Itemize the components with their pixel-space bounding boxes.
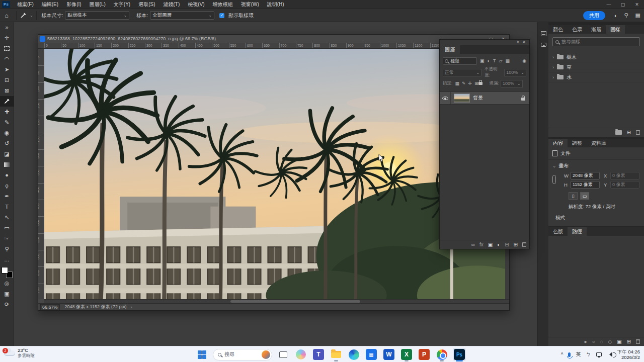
file-explorer-button[interactable] xyxy=(330,348,343,361)
pattern-search-box[interactable]: 搜尋圖樣 xyxy=(552,37,640,46)
make-work-path-icon[interactable]: ◇ xyxy=(608,339,612,344)
new-layer-icon[interactable]: ⊞ xyxy=(514,242,518,247)
menu-file[interactable]: 檔案(F) xyxy=(13,0,38,9)
canvas-section-header[interactable]: ⌄ 畫布 xyxy=(548,160,644,170)
chrome-button[interactable] xyxy=(435,348,448,361)
gradient-tool[interactable] xyxy=(0,159,14,170)
document-titlebar[interactable]: 566213368_10228572724092690_624087602766… xyxy=(38,35,509,43)
add-adjustment-layer-icon[interactable]: ◐ xyxy=(497,242,500,247)
volume-icon[interactable] xyxy=(607,352,612,357)
quick-mask-button[interactable]: ◎ xyxy=(0,278,14,289)
tab-swatches[interactable]: 色票 xyxy=(568,25,587,34)
layer-thumbnail[interactable] xyxy=(454,94,470,103)
smart-object-filter-icon[interactable]: ▦ xyxy=(505,58,510,63)
excel-button[interactable]: X xyxy=(400,348,413,361)
horizontal-scrollbar-thumb[interactable] xyxy=(230,300,361,303)
zoom-tool[interactable]: ⚲ xyxy=(0,244,14,254)
move-tool[interactable]: ✛ xyxy=(0,33,14,43)
menu-help[interactable]: 說明(H) xyxy=(263,0,288,9)
pixel-filter-icon[interactable]: ▣ xyxy=(480,58,485,63)
panel-collapse-icon[interactable]: « xyxy=(517,40,519,44)
minimize-icon[interactable]: — xyxy=(602,0,616,9)
home-icon[interactable]: ⌂ xyxy=(0,12,13,19)
history-brush-tool[interactable]: ↺ xyxy=(0,138,14,149)
orientation-portrait-button[interactable]: ▯ xyxy=(569,192,578,200)
word-button[interactable]: W xyxy=(382,348,395,361)
weather-widget[interactable]: 2 23°C 多雲時陰 xyxy=(4,348,35,358)
pattern-group-trees[interactable]: › 樹木 xyxy=(548,52,644,62)
link-layers-icon[interactable]: ∞ xyxy=(471,242,475,247)
fill-path-icon[interactable]: ● xyxy=(584,339,587,344)
fill-field[interactable]: 100% ⌄ xyxy=(501,80,523,87)
teams-button[interactable]: T xyxy=(312,348,325,361)
eyedropper-preset-icon[interactable] xyxy=(20,12,27,19)
menu-layer[interactable]: 圖層(L) xyxy=(86,0,110,9)
healing-brush-tool[interactable]: ✚ xyxy=(0,107,14,117)
height-field[interactable]: 1152 像素 xyxy=(571,181,600,189)
hand-tool[interactable]: ☞ xyxy=(0,233,14,244)
clone-stamp-tool[interactable]: ◉ xyxy=(0,128,14,138)
filter-toggle-icon[interactable]: ◉ xyxy=(522,58,526,63)
edge-button[interactable] xyxy=(347,348,360,361)
path-selection-tool[interactable]: ↖ xyxy=(0,212,14,223)
comments-panel-icon[interactable] xyxy=(538,39,549,50)
frame-tool[interactable]: ⊠ xyxy=(0,85,14,96)
start-button[interactable] xyxy=(195,348,208,361)
powerpoint-button[interactable]: P xyxy=(418,348,431,361)
opacity-field[interactable]: 100% ⌄ xyxy=(504,69,526,76)
tab-layers[interactable]: 圖層 xyxy=(440,45,460,54)
menu-filter[interactable]: 濾鏡(T) xyxy=(159,0,184,9)
zoom-level-field[interactable]: 66.67% xyxy=(40,304,60,310)
new-group-icon[interactable]: ⊟ xyxy=(505,242,509,247)
screen-mode-button[interactable]: ▣ xyxy=(0,289,14,299)
tab-adjustments[interactable]: 調整 xyxy=(568,139,587,147)
tab-properties[interactable]: 內容 xyxy=(548,139,568,147)
lock-all-icon[interactable] xyxy=(478,82,482,85)
notifications-bell-icon[interactable]: ◗ xyxy=(614,13,617,19)
edit-toolbar-icon[interactable]: … xyxy=(0,254,14,265)
layer-filter-kind-select[interactable]: 種類 xyxy=(443,57,477,65)
task-view-button[interactable] xyxy=(277,348,290,361)
add-layer-mask-icon[interactable]: ▣ xyxy=(488,242,493,247)
taskbar-search-box[interactable]: 搜尋 xyxy=(213,349,272,360)
layer-styles-icon[interactable]: fx xyxy=(479,242,484,247)
dodge-tool[interactable]: ϙ xyxy=(0,180,14,191)
rotate-view-button[interactable]: ⟳ xyxy=(0,299,14,310)
load-path-selection-icon[interactable]: ◌ xyxy=(600,339,603,344)
x-field[interactable]: 0 像素 xyxy=(610,172,639,179)
tab-libraries[interactable]: 資料庫 xyxy=(587,139,611,147)
photoshop-button[interactable]: Ps xyxy=(453,348,466,361)
tab-color[interactable]: 顏色 xyxy=(548,25,568,34)
tab-gradients[interactable]: 漸層 xyxy=(587,25,606,34)
close-icon[interactable]: ✕ xyxy=(630,0,644,9)
width-field[interactable]: 2048 像素 xyxy=(571,172,600,179)
menu-window[interactable]: 視窗(W) xyxy=(237,0,263,9)
horizontal-scrollbar[interactable] xyxy=(44,299,509,303)
foreground-color-swatch[interactable] xyxy=(2,267,8,274)
new-pattern-group-icon[interactable] xyxy=(615,130,622,135)
brush-tool[interactable]: ✎ xyxy=(0,117,14,128)
orientation-landscape-button[interactable]: ▭ xyxy=(580,192,589,200)
eraser-tool[interactable]: ◪ xyxy=(0,149,14,159)
menu-image[interactable]: 影像(I) xyxy=(62,0,85,9)
crop-tool[interactable]: ⊡ xyxy=(0,75,14,85)
hidden-icons-chevron[interactable]: ^ xyxy=(561,352,564,357)
sample-size-select[interactable]: 點狀樣本 ⌄ xyxy=(65,11,129,20)
shape-filter-icon[interactable]: ▱ xyxy=(499,58,502,63)
tab-patterns[interactable]: 圖樣 xyxy=(606,25,625,34)
menu-select[interactable]: 選取(S) xyxy=(134,0,159,9)
pattern-group-water[interactable]: › 水 xyxy=(548,72,644,82)
link-dimensions-icon[interactable] xyxy=(552,175,556,184)
lock-position-icon[interactable]: ✛ xyxy=(468,81,472,86)
stroke-path-icon[interactable]: ○ xyxy=(592,339,595,344)
pattern-group-grass[interactable]: › 草 xyxy=(548,62,644,72)
layer-visibility-toggle[interactable] xyxy=(440,92,451,104)
menu-plugins[interactable]: 增效模組 xyxy=(209,0,237,9)
chevron-right-icon[interactable]: › xyxy=(552,55,554,60)
tab-paths[interactable]: 路徑 xyxy=(568,227,587,236)
type-tool[interactable]: T xyxy=(0,202,14,212)
workspace-switcher-icon[interactable]: ▦ xyxy=(635,12,640,19)
maximize-icon[interactable]: ▢ xyxy=(616,0,630,9)
status-options-arrow-icon[interactable]: › xyxy=(130,305,132,310)
menu-type[interactable]: 文字(Y) xyxy=(110,0,134,9)
